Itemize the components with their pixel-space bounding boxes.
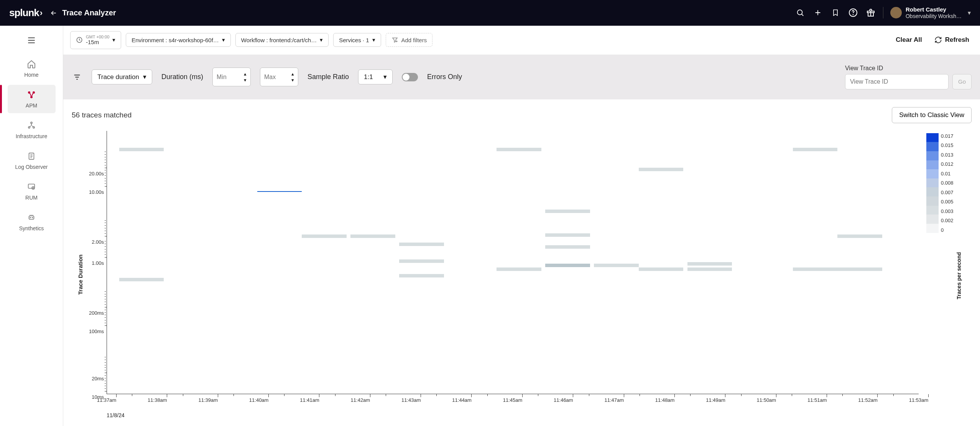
back-title: Trace Analyzer <box>50 8 116 17</box>
sidebar-item-log-observer[interactable]: Log Observer <box>8 146 56 175</box>
heatmap-cell[interactable] <box>399 259 444 263</box>
trace-heatmap[interactable]: 20.00s10.00s2.00s1.00s200ms100ms20ms10ms <box>107 131 919 394</box>
spinner[interactable]: ▴▾ <box>291 71 294 83</box>
chevron-down-icon: ▾ <box>222 36 225 43</box>
view-trace-id-input[interactable] <box>845 74 949 89</box>
sample-ratio-value: 1:1 <box>364 73 373 81</box>
duration-max-input[interactable]: ▴▾ <box>260 68 298 86</box>
heatmap-cell[interactable] <box>594 264 638 267</box>
errors-only-label: Errors Only <box>427 73 462 81</box>
go-button[interactable]: Go <box>952 74 972 89</box>
y-tick-label: 10.00s <box>81 189 104 195</box>
user-menu[interactable]: Robert Castley Observability Worksh… ▾ <box>890 6 971 20</box>
heatmap-cell[interactable] <box>793 148 837 151</box>
workflow-filter[interactable]: Workflow : frontend:/cart/ch… ▾ <box>235 33 329 47</box>
heatmap-cell[interactable] <box>302 234 346 238</box>
heatmap-cell[interactable] <box>119 278 164 281</box>
sidebar-item-apm[interactable]: APM <box>8 85 56 113</box>
help-icon[interactable] <box>848 7 858 18</box>
heatmap-cell[interactable] <box>497 267 541 271</box>
funnel-plus-icon <box>391 36 398 43</box>
legend-labels: 0.0170.0150.0130.0120.010.0080.0070.0050… <box>941 133 954 233</box>
filters-icon[interactable] <box>72 72 82 83</box>
heatmap-cell[interactable] <box>687 267 732 271</box>
sidebar-item-label: RUM <box>25 195 38 201</box>
sample-ratio-dropdown[interactable]: 1:1 ▾ <box>358 69 393 84</box>
switch-view-button[interactable]: Switch to Classic View <box>892 107 972 123</box>
hamburger-icon[interactable] <box>24 33 39 48</box>
heatmap-cell[interactable] <box>639 168 683 171</box>
time-range-value: -15m <box>86 39 109 46</box>
sidebar-item-rum[interactable]: RUM <box>8 177 56 205</box>
y-tick-label: 1.00s <box>81 260 104 266</box>
trace-duration-dropdown[interactable]: Trace duration ▾ <box>92 69 152 84</box>
duration-min-input[interactable]: ▴▾ <box>212 68 251 86</box>
add-icon[interactable] <box>812 7 823 18</box>
search-icon[interactable] <box>795 7 806 18</box>
x-tick-label: 11:38am <box>148 397 167 403</box>
sidebar-item-synthetics[interactable]: Synthetics <box>8 208 56 236</box>
clear-all-button[interactable]: Clear All <box>892 35 926 45</box>
heatmap-cell[interactable] <box>399 243 444 246</box>
svg-point-8 <box>31 122 32 124</box>
spinner[interactable]: ▴▾ <box>244 71 247 83</box>
logo-arrow-icon: › <box>40 8 42 18</box>
x-tick-label: 11:52am <box>858 397 878 403</box>
x-tick-label: 11:48am <box>655 397 675 403</box>
chevron-down-icon: ▾ <box>143 73 146 81</box>
add-filters-label: Add filters <box>401 37 427 43</box>
heatmap-cell[interactable] <box>687 262 732 266</box>
add-filters-button[interactable]: Add filters <box>386 33 433 47</box>
heatmap-cell[interactable] <box>257 191 302 192</box>
main: GMT +00:00 -15m ▾ Environment : s4r-work… <box>63 26 980 426</box>
services-filter[interactable]: Services · 1 ▾ <box>333 33 381 47</box>
heatmap-cell[interactable] <box>350 234 395 238</box>
heatmap-cell[interactable] <box>399 274 444 277</box>
heatmap-cell[interactable] <box>793 267 837 271</box>
back-button[interactable] <box>50 9 58 17</box>
min-field[interactable] <box>217 74 236 81</box>
avatar <box>890 7 902 18</box>
legend-tick: 0.005 <box>941 199 954 205</box>
heatmap-cell[interactable] <box>837 267 882 271</box>
trace-id-wrap: View Trace ID Go <box>845 65 972 89</box>
x-tick-label: 11:40am <box>249 397 269 403</box>
chevron-down-icon: ▾ <box>968 9 971 17</box>
x-tick-label: 11:41am <box>300 397 319 403</box>
heatmap-cell[interactable] <box>545 245 590 249</box>
environment-filter[interactable]: Environment : s4r-workshop-60f… ▾ <box>126 33 231 47</box>
heatmap-cell[interactable] <box>545 233 590 237</box>
sidebar-item-infrastructure[interactable]: Infrastructure <box>8 116 56 144</box>
x-tick-label: 11:42am <box>351 397 370 403</box>
top-right: Robert Castley Observability Worksh… ▾ <box>795 6 971 20</box>
legend-tick: 0.015 <box>941 142 954 148</box>
heatmap-cell[interactable] <box>545 264 590 267</box>
x-tick-label: 11:49am <box>706 397 725 403</box>
sidebar-item-home[interactable]: Home <box>8 54 56 83</box>
svg-point-7 <box>30 96 33 98</box>
bookmark-icon[interactable] <box>830 7 841 18</box>
max-field[interactable] <box>264 74 283 81</box>
chevron-down-icon: ▾ <box>112 36 115 43</box>
gift-icon[interactable] <box>865 7 876 18</box>
legend-tick: 0.002 <box>941 218 954 223</box>
errors-only-toggle[interactable] <box>402 73 418 81</box>
logo-text: splunk <box>9 7 39 19</box>
x-tick-label: 11:47am <box>604 397 624 403</box>
legend-tick: 0.012 <box>941 161 954 167</box>
controls-band: Trace duration ▾ Duration (ms) ▴▾ ▴▾ Sam… <box>63 55 980 99</box>
svg-point-2 <box>853 15 853 15</box>
heatmap-cell[interactable] <box>119 148 164 151</box>
heatmap-cell[interactable] <box>497 148 541 151</box>
x-tick-label: 11:51am <box>807 397 827 403</box>
x-tick-label: 11:46am <box>554 397 573 403</box>
heatmap-cell[interactable] <box>837 234 882 238</box>
trace-duration-label: Trace duration <box>97 73 139 81</box>
refresh-button[interactable]: Refresh <box>931 35 973 45</box>
time-range-picker[interactable]: GMT +00:00 -15m ▾ <box>70 31 121 49</box>
user-text: Robert Castley Observability Worksh… <box>906 6 962 20</box>
heatmap-cell[interactable] <box>639 267 683 271</box>
heatmap-cell[interactable] <box>545 210 590 213</box>
top-left: splunk› Trace Analyzer <box>9 7 116 19</box>
sample-ratio-label: Sample Ratio <box>307 73 349 81</box>
